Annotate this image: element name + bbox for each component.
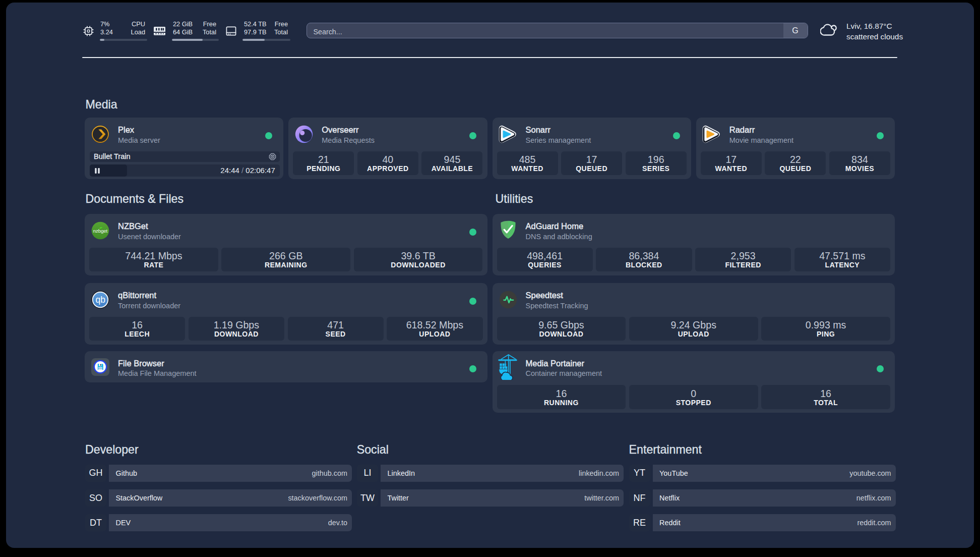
svg-text:qb: qb bbox=[95, 295, 105, 305]
svg-text:nzbget: nzbget bbox=[93, 229, 108, 234]
